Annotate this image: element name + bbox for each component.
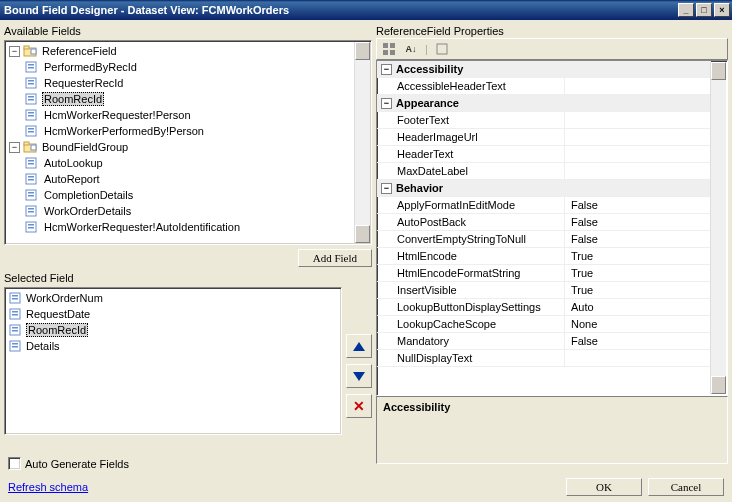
tree-field[interactable]: HcmWorkerRequester!Person	[7, 107, 369, 123]
property-value[interactable]: True	[565, 282, 711, 298]
auto-generate-checkbox[interactable]	[8, 457, 21, 470]
arrow-up-icon	[353, 342, 365, 351]
list-item[interactable]: Details	[7, 338, 339, 354]
list-item[interactable]: RoomRecId	[7, 322, 339, 338]
tree-group[interactable]: −ReferenceField	[7, 43, 369, 59]
expand-icon[interactable]: −	[9, 46, 20, 57]
property-value[interactable]	[565, 146, 711, 162]
property-category[interactable]: −Appearance	[377, 95, 711, 112]
property-name: LookupButtonDisplaySettings	[377, 299, 565, 315]
property-row[interactable]: ConvertEmptyStringToNullFalse	[377, 231, 711, 248]
property-name: LookupCacheScope	[377, 316, 565, 332]
property-value[interactable]	[565, 163, 711, 179]
property-value[interactable]	[565, 129, 711, 145]
property-name: FooterText	[377, 112, 565, 128]
tree-field[interactable]: HcmWorkerPerformedBy!Person	[7, 123, 369, 139]
tree-field[interactable]: HcmWorkerRequester!AutoIdentification	[7, 219, 369, 235]
collapse-icon[interactable]: −	[381, 64, 392, 75]
property-value[interactable]	[565, 350, 711, 366]
field-icon	[25, 156, 39, 170]
property-category[interactable]: −Accessibility	[377, 61, 711, 78]
move-up-button[interactable]	[346, 334, 372, 358]
svg-rect-8	[28, 83, 34, 85]
property-value[interactable]: False	[565, 197, 711, 213]
property-value[interactable]: True	[565, 265, 711, 281]
property-value[interactable]: False	[565, 231, 711, 247]
svg-rect-46	[12, 343, 18, 345]
svg-rect-35	[28, 227, 34, 229]
scrollbar[interactable]	[354, 42, 370, 243]
property-row[interactable]: HeaderImageUrl	[377, 129, 711, 146]
collapse-icon[interactable]: −	[381, 98, 392, 109]
field-icon	[25, 204, 39, 218]
tree-field[interactable]: RoomRecId	[7, 91, 369, 107]
categorize-icon[interactable]	[381, 41, 397, 57]
tree-item-label: AutoReport	[42, 173, 102, 185]
minimize-button[interactable]: _	[678, 3, 694, 17]
property-value[interactable]	[565, 112, 711, 128]
tree-item-label: RoomRecId	[42, 92, 104, 106]
property-row[interactable]: LookupButtonDisplaySettingsAuto	[377, 299, 711, 316]
collapse-icon[interactable]: −	[381, 183, 392, 194]
tree-field[interactable]: WorkOrderDetails	[7, 203, 369, 219]
property-row[interactable]: ApplyFormatInEditModeFalse	[377, 197, 711, 214]
property-name: InsertVisible	[377, 282, 565, 298]
refresh-schema-link[interactable]: Refresh schema	[8, 481, 88, 493]
delete-button[interactable]: ✕	[346, 394, 372, 418]
expand-icon[interactable]: −	[9, 142, 20, 153]
property-grid[interactable]: −AccessibilityAccessibleHeaderText−Appea…	[376, 60, 728, 396]
property-category[interactable]: −Behavior	[377, 180, 711, 197]
maximize-button[interactable]: □	[696, 3, 712, 17]
field-icon	[9, 307, 23, 321]
property-row[interactable]: MandatoryFalse	[377, 333, 711, 350]
property-value[interactable]: False	[565, 333, 711, 349]
svg-rect-47	[12, 346, 18, 348]
selected-fields-list[interactable]: WorkOrderNumRequestDateRoomRecIdDetails	[4, 287, 342, 435]
property-row[interactable]: MaxDateLabel	[377, 163, 711, 180]
selected-field-label: Selected Field	[4, 271, 372, 285]
svg-rect-40	[12, 311, 18, 313]
svg-rect-16	[28, 128, 34, 130]
property-row[interactable]: HtmlEncodeFormatStringTrue	[377, 265, 711, 282]
tree-field[interactable]: AutoReport	[7, 171, 369, 187]
property-name: HtmlEncode	[377, 248, 565, 264]
property-row[interactable]: InsertVisibleTrue	[377, 282, 711, 299]
property-value[interactable]	[565, 78, 711, 94]
property-row[interactable]: NullDisplayText	[377, 350, 711, 367]
property-value[interactable]: None	[565, 316, 711, 332]
property-value[interactable]: Auto	[565, 299, 711, 315]
svg-rect-10	[28, 96, 34, 98]
scrollbar[interactable]	[710, 62, 726, 394]
close-button[interactable]: ×	[714, 3, 730, 17]
svg-rect-37	[12, 295, 18, 297]
tree-field[interactable]: RequesterRecId	[7, 75, 369, 91]
property-row[interactable]: LookupCacheScopeNone	[377, 316, 711, 333]
property-value[interactable]: False	[565, 214, 711, 230]
tree-item-label: AutoLookup	[42, 157, 105, 169]
add-field-button[interactable]: Add Field	[298, 249, 372, 267]
property-value[interactable]: True	[565, 248, 711, 264]
list-item[interactable]: RequestDate	[7, 306, 339, 322]
available-fields-tree[interactable]: −ReferenceFieldPerformedByRecIdRequester…	[4, 40, 372, 245]
property-description-title: Accessibility	[383, 401, 450, 413]
tree-field[interactable]: CompletionDetails	[7, 187, 369, 203]
field-icon	[25, 220, 39, 234]
folder-group-icon	[23, 140, 37, 154]
property-row[interactable]: AutoPostBackFalse	[377, 214, 711, 231]
tree-group[interactable]: −BoundFieldGroup	[7, 139, 369, 155]
cancel-button[interactable]: Cancel	[648, 478, 724, 496]
property-row[interactable]: HeaderText	[377, 146, 711, 163]
titlebar: Bound Field Designer - Dataset View: FCM…	[0, 0, 732, 20]
tree-field[interactable]: AutoLookup	[7, 155, 369, 171]
ok-button[interactable]: OK	[566, 478, 642, 496]
list-item[interactable]: WorkOrderNum	[7, 290, 339, 306]
move-down-button[interactable]	[346, 364, 372, 388]
window-controls: _ □ ×	[678, 3, 730, 17]
property-row[interactable]: HtmlEncodeTrue	[377, 248, 711, 265]
tree-item-label: HcmWorkerRequester!AutoIdentification	[42, 221, 242, 233]
property-row[interactable]: FooterText	[377, 112, 711, 129]
tree-field[interactable]: PerformedByRecId	[7, 59, 369, 75]
property-row[interactable]: AccessibleHeaderText	[377, 78, 711, 95]
alpha-sort-icon[interactable]: A↓	[403, 41, 419, 57]
property-pages-icon[interactable]	[434, 41, 450, 57]
